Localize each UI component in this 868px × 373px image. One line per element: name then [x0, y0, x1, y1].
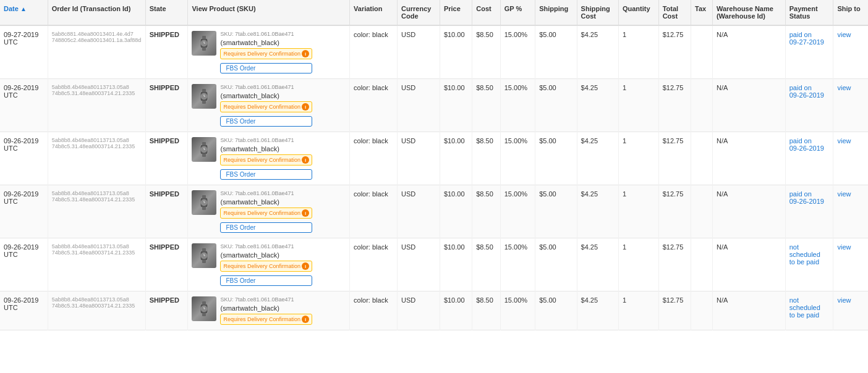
- cell-order-id: 5ab8b8.4b48ea80113713.05a874b8c5.31.48ea…: [48, 185, 145, 238]
- product-thumbnail: [192, 243, 216, 268]
- product-thumbnail: [192, 84, 216, 109]
- delivery-confirmation-badge: Requires Delivery Confirmation i: [220, 314, 312, 325]
- product-thumbnail: [192, 137, 216, 162]
- delivery-confirmation-badge: Requires Delivery Confirmation i: [220, 48, 312, 59]
- cell-tax: [691, 25, 713, 79]
- col-date[interactable]: Date ▲: [0, 0, 48, 25]
- cell-currency: USD: [398, 132, 440, 185]
- watch-icon: [195, 194, 213, 211]
- state-badge: SHIPPED: [150, 243, 179, 251]
- delivery-confirmation-badge: Requires Delivery Confirmation i: [220, 261, 312, 272]
- product-details: SKU: 7tab.ce81.061.0Bae471 (smartwatch_b…: [220, 190, 312, 233]
- view-link[interactable]: view: [837, 31, 851, 38]
- cell-price: $10.00: [440, 132, 472, 185]
- product-details: SKU: 7tab.ce81.061.0Bae471 (smartwatch_b…: [220, 243, 312, 286]
- watch-icon: [195, 35, 213, 52]
- cell-ship-to[interactable]: view: [833, 185, 868, 238]
- cell-tax: [691, 238, 713, 291]
- cell-order-id: 5ab8b8.4b48ea80113713.05a874b8c5.31.48ea…: [48, 238, 145, 291]
- cell-variation: color: black: [350, 238, 398, 291]
- product-sku: SKU: 7tab.ce81.061.0Bae471: [220, 31, 312, 37]
- cell-gp-percent: 15.00%: [500, 79, 535, 132]
- product-name: (smartwatch_black): [220, 198, 312, 206]
- cell-currency: USD: [398, 291, 440, 330]
- cell-shipping: $5.00: [535, 291, 577, 330]
- cell-tax: [691, 291, 713, 330]
- cell-quantity: 1: [618, 132, 658, 185]
- view-link[interactable]: view: [837, 84, 851, 91]
- cell-cost: $8.50: [472, 185, 500, 238]
- cell-ship-to[interactable]: view: [833, 25, 868, 79]
- fbs-order-button[interactable]: FBS Order: [220, 63, 312, 73]
- col-payment-status: PaymentStatus: [785, 0, 833, 25]
- cell-shipping: $5.00: [535, 132, 577, 185]
- cell-ship-to[interactable]: view: [833, 238, 868, 291]
- watch-icon: [195, 88, 213, 105]
- cell-shipping-cost: $4.25: [577, 79, 618, 132]
- cell-shipping-cost: $4.25: [577, 238, 618, 291]
- cell-ship-to[interactable]: view: [833, 79, 868, 132]
- cell-gp-percent: 15.00%: [500, 25, 535, 79]
- view-link[interactable]: view: [837, 296, 851, 304]
- product-details: SKU: 7tab.ce81.061.0Bae471 (smartwatch_b…: [220, 31, 312, 73]
- cell-warehouse: N/A: [712, 25, 785, 79]
- cell-quantity: 1: [618, 185, 658, 238]
- cell-cost: $8.50: [472, 132, 500, 185]
- cell-gp-percent: 15.00%: [500, 185, 535, 238]
- cell-warehouse: N/A: [712, 238, 785, 291]
- cell-order-id: 5ab8b8.4b48ea80113713.05a874b8c5.31.48ea…: [48, 132, 145, 185]
- watch-icon: [195, 300, 213, 317]
- table-row: 09-26-2019UTC5ab8b8.4b48ea80113713.05a87…: [0, 291, 868, 330]
- product-details: SKU: 7tab.ce81.061.0Bae471 (smartwatch_b…: [220, 296, 312, 325]
- cell-currency: USD: [398, 79, 440, 132]
- col-quantity: Quantity: [618, 0, 658, 25]
- cell-shipping: $5.00: [535, 185, 577, 238]
- watch-icon: [195, 247, 213, 264]
- cell-date: 09-26-2019UTC: [0, 291, 48, 330]
- svg-rect-7: [202, 89, 206, 92]
- svg-rect-32: [202, 313, 206, 316]
- cell-currency: USD: [398, 25, 440, 79]
- cell-ship-to[interactable]: view: [833, 132, 868, 185]
- info-icon: i: [302, 209, 309, 217]
- cell-ship-to[interactable]: view: [833, 291, 868, 330]
- cell-shipping: $5.00: [535, 238, 577, 291]
- product-name: (smartwatch_black): [220, 145, 312, 153]
- payment-status-text: notscheduledto be paid: [789, 296, 820, 319]
- cell-quantity: 1: [618, 25, 658, 79]
- cell-shipping-cost: $4.25: [577, 291, 618, 330]
- product-sku: SKU: 7tab.ce81.061.0Bae471: [220, 84, 312, 90]
- view-link[interactable]: view: [837, 190, 851, 198]
- product-sku: SKU: 7tab.ce81.061.0Bae471: [220, 190, 312, 196]
- fbs-order-button[interactable]: FBS Order: [220, 275, 312, 286]
- svg-rect-25: [202, 248, 206, 251]
- cell-quantity: 1: [618, 238, 658, 291]
- view-link[interactable]: view: [837, 137, 851, 145]
- cell-shipping-cost: $4.25: [577, 25, 618, 79]
- cell-product: SKU: 7tab.ce81.061.0Bae471 (smartwatch_b…: [188, 25, 350, 79]
- payment-status-text: notscheduledto be paid: [789, 243, 820, 266]
- info-icon: i: [302, 316, 309, 323]
- cell-date: 09-27-2019UTC: [0, 25, 48, 79]
- cell-shipping-cost: $4.25: [577, 185, 618, 238]
- col-cost: Cost: [472, 0, 500, 25]
- cell-tax: [691, 132, 713, 185]
- payment-status-text: paid on09-26-2019: [789, 137, 824, 152]
- table-row: 09-27-2019UTC5ab8c881.48ea80013401.4e.4d…: [0, 25, 868, 79]
- svg-rect-31: [202, 301, 206, 304]
- cell-price: $10.00: [440, 25, 472, 79]
- product-sku: SKU: 7tab.ce81.061.0Bae471: [220, 243, 312, 249]
- fbs-order-button[interactable]: FBS Order: [220, 222, 312, 233]
- col-currency-code: CurrencyCode: [398, 0, 440, 25]
- view-link[interactable]: view: [837, 243, 851, 251]
- delivery-confirmation-badge: Requires Delivery Confirmation i: [220, 101, 312, 112]
- svg-rect-19: [202, 195, 206, 198]
- cell-payment-status: notscheduledto be paid: [785, 238, 833, 291]
- cell-shipping-cost: $4.25: [577, 132, 618, 185]
- product-name: (smartwatch_black): [220, 304, 312, 312]
- product-name: (smartwatch_black): [220, 251, 312, 259]
- col-state: State: [145, 0, 188, 25]
- product-name: (smartwatch_black): [220, 39, 312, 46]
- fbs-order-button[interactable]: FBS Order: [220, 116, 312, 127]
- fbs-order-button[interactable]: FBS Order: [220, 169, 312, 180]
